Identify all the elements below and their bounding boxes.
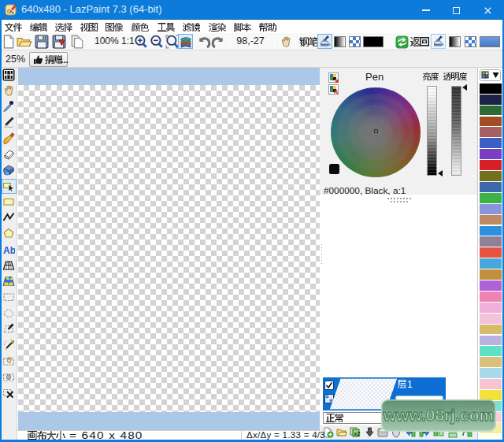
svg-text:Ab: Ab bbox=[3, 245, 15, 256]
svg-text:x2: x2 bbox=[354, 431, 361, 436]
